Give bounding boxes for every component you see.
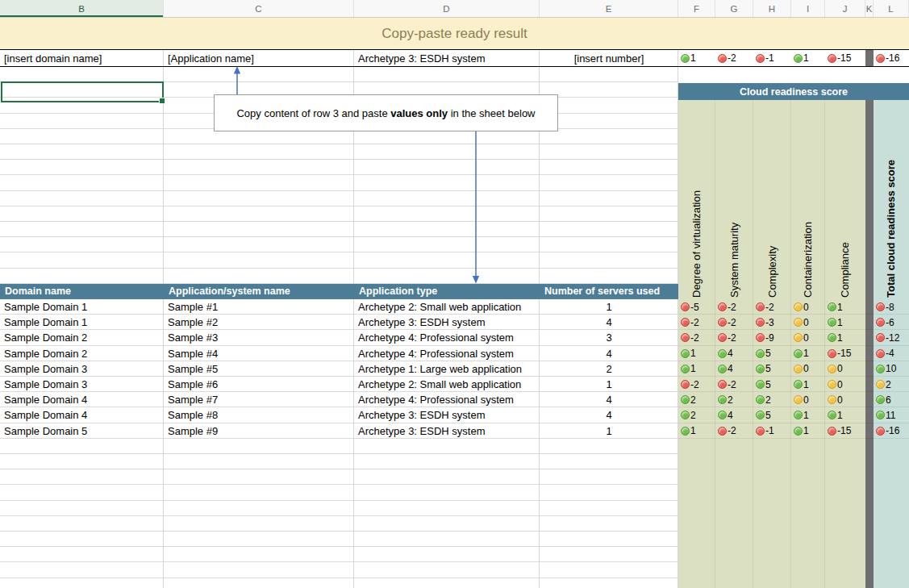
cell-type[interactable]: Archetype 1: Large web application xyxy=(354,361,540,377)
column-header-D[interactable]: D xyxy=(354,0,540,17)
cell-application[interactable]: Sample #9 xyxy=(164,423,354,439)
cell-servers[interactable]: 2 xyxy=(540,361,678,377)
total-score-cell[interactable]: -8 xyxy=(874,299,909,315)
score-cell[interactable]: -2 xyxy=(678,377,715,392)
score-cell[interactable]: -9 xyxy=(753,330,791,345)
score-cell[interactable]: -2 xyxy=(715,330,753,345)
score-cell[interactable]: -2 xyxy=(715,50,753,66)
score-cell[interactable]: 0 xyxy=(791,361,825,377)
column-header-F[interactable]: F xyxy=(678,0,715,17)
score-cell[interactable]: 1 xyxy=(678,50,715,66)
column-header-B[interactable]: B xyxy=(0,0,164,17)
total-score-cell[interactable]: 6 xyxy=(874,392,909,407)
cell-domain[interactable]: Sample Domain 3 xyxy=(0,377,164,392)
score-cell[interactable]: -2 xyxy=(753,299,791,315)
cell-type[interactable]: Archetype 3: ESDH system xyxy=(354,423,540,439)
score-cell[interactable]: 0 xyxy=(825,361,865,377)
cell-insert-number[interactable]: [insert number] xyxy=(540,50,678,66)
score-cell[interactable]: 1 xyxy=(825,315,865,330)
header-servers-used[interactable]: Number of servers used xyxy=(540,284,678,299)
criteria-label-containerization[interactable]: Containerization xyxy=(803,222,814,298)
cell-application[interactable]: Sample #2 xyxy=(164,315,354,330)
total-score-cell[interactable]: -4 xyxy=(874,346,909,361)
banner-title-cell[interactable]: Copy-paste ready result xyxy=(0,18,909,49)
header-application-type[interactable]: Application type xyxy=(354,284,540,299)
total-score-label[interactable]: Total cloud readiness score xyxy=(886,160,897,298)
total-score-cell[interactable]: -16 xyxy=(874,50,909,66)
cell-domain[interactable]: Sample Domain 2 xyxy=(0,346,164,361)
score-cell[interactable]: 0 xyxy=(825,392,865,407)
score-cell[interactable]: -15 xyxy=(825,346,865,361)
column-header-H[interactable]: H xyxy=(753,0,791,17)
cell-application[interactable]: Sample #6 xyxy=(164,377,354,392)
score-cell[interactable]: -1 xyxy=(753,50,791,66)
score-cell[interactable]: 1 xyxy=(825,330,865,345)
cell-domain[interactable]: Sample Domain 1 xyxy=(0,299,164,315)
cell-type[interactable]: Archetype 3: ESDH system xyxy=(354,407,540,423)
score-cell[interactable]: 1 xyxy=(791,407,825,423)
total-score-cell[interactable]: -6 xyxy=(874,315,909,330)
score-cell[interactable]: -2 xyxy=(678,315,715,330)
cell-domain[interactable]: Sample Domain 2 xyxy=(0,330,164,345)
score-cell[interactable]: -1 xyxy=(753,423,791,439)
score-cell[interactable]: -2 xyxy=(715,423,753,439)
column-header-J[interactable]: J xyxy=(825,0,865,17)
cell-domain[interactable]: Sample Domain 1 xyxy=(0,315,164,330)
cell-domain[interactable]: Sample Domain 3 xyxy=(0,361,164,377)
criteria-label-compliance[interactable]: Compliance xyxy=(840,242,851,298)
cell-servers[interactable]: 4 xyxy=(540,392,678,407)
cell-type[interactable]: Archetype 4: Professional system xyxy=(354,392,540,407)
score-cell[interactable]: -2 xyxy=(678,330,715,345)
column-header-I[interactable]: I xyxy=(791,0,825,17)
total-score-cell[interactable]: -12 xyxy=(874,330,909,345)
criteria-label-maturity[interactable]: System maturity xyxy=(729,223,740,298)
total-score-cell[interactable]: 10 xyxy=(874,361,909,377)
cell-application[interactable]: Sample #5 xyxy=(164,361,354,377)
score-cell[interactable]: 1 xyxy=(678,346,715,361)
score-cell[interactable]: 5 xyxy=(753,346,791,361)
cell-application-name[interactable]: [Application name] xyxy=(164,50,354,66)
score-cell[interactable]: -15 xyxy=(825,50,865,66)
score-cell[interactable]: 1 xyxy=(678,361,715,377)
score-cell[interactable]: 1 xyxy=(791,346,825,361)
score-cell[interactable]: 2 xyxy=(678,407,715,423)
score-cell[interactable]: 1 xyxy=(791,423,825,439)
cell-application[interactable]: Sample #1 xyxy=(164,299,354,315)
callout-box[interactable]: Copy content of row 3 and paste values o… xyxy=(214,94,558,131)
cell-servers[interactable]: 1 xyxy=(540,299,678,315)
cell-servers[interactable]: 1 xyxy=(540,423,678,439)
header-domain-name[interactable]: Domain name xyxy=(0,284,164,299)
cell-application[interactable]: Sample #8 xyxy=(164,407,354,423)
score-cell[interactable]: 5 xyxy=(753,377,791,392)
cell-servers[interactable]: 4 xyxy=(540,315,678,330)
criteria-label-virtualization[interactable]: Degree of virtualization xyxy=(691,190,703,298)
cell-type[interactable]: Archetype 3: ESDH system xyxy=(354,315,540,330)
score-cell[interactable]: -2 xyxy=(715,315,753,330)
cell-application-type[interactable]: Archetype 3: ESDH system xyxy=(354,50,540,66)
score-cell[interactable]: 1 xyxy=(825,299,865,315)
score-cell[interactable]: 1 xyxy=(825,407,865,423)
score-cell[interactable]: -15 xyxy=(825,423,865,439)
column-header-L[interactable]: L xyxy=(874,0,909,17)
score-cell[interactable]: 0 xyxy=(791,299,825,315)
score-cell[interactable]: -2 xyxy=(715,377,753,392)
total-score-cell[interactable]: 11 xyxy=(874,407,909,423)
score-cell[interactable]: 4 xyxy=(715,346,753,361)
score-cell[interactable]: 5 xyxy=(753,361,791,377)
cell-servers[interactable]: 1 xyxy=(540,377,678,392)
score-cell[interactable]: 2 xyxy=(678,392,715,407)
score-cell[interactable]: 5 xyxy=(753,407,791,423)
column-header-K[interactable]: K xyxy=(865,0,874,17)
score-cell[interactable]: -3 xyxy=(753,315,791,330)
cell-servers[interactable]: 4 xyxy=(540,407,678,423)
score-cell[interactable]: 1 xyxy=(791,50,825,66)
cell-servers[interactable]: 3 xyxy=(540,330,678,345)
cloud-readiness-header[interactable]: Cloud readiness score xyxy=(678,83,909,100)
score-cell[interactable]: 4 xyxy=(715,407,753,423)
cell-application[interactable]: Sample #4 xyxy=(164,346,354,361)
score-cell[interactable]: 0 xyxy=(791,392,825,407)
score-cell[interactable]: -2 xyxy=(715,299,753,315)
score-cell[interactable]: 0 xyxy=(791,315,825,330)
cell-insert-domain[interactable]: [insert domain name] xyxy=(0,50,164,66)
column-header-G[interactable]: G xyxy=(715,0,753,17)
